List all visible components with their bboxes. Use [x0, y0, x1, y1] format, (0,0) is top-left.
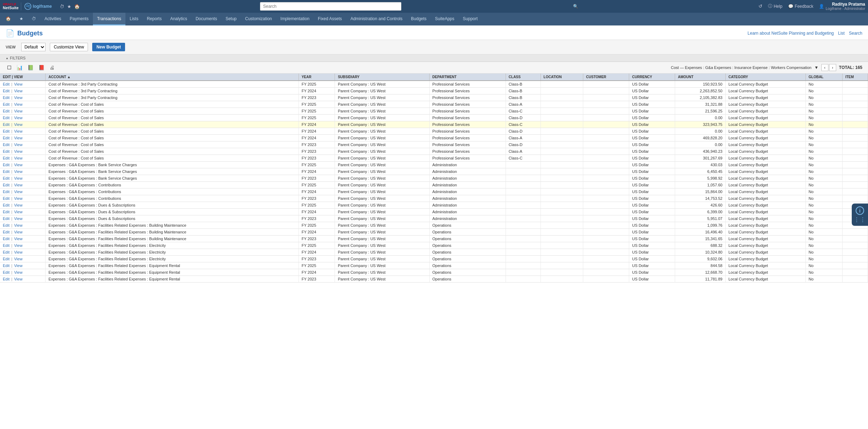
- nav-item-payments[interactable]: Payments: [65, 13, 93, 25]
- col-location[interactable]: LOCATION: [541, 74, 583, 81]
- edit-link[interactable]: Edit: [3, 183, 10, 187]
- view-link[interactable]: View: [14, 156, 23, 160]
- filters-toggle[interactable]: ▲ FILTERS: [6, 56, 25, 60]
- edit-link[interactable]: Edit: [3, 156, 10, 160]
- edit-link[interactable]: Edit: [3, 277, 10, 281]
- edit-link[interactable]: Edit: [3, 237, 10, 241]
- side-info-panel[interactable]: i ⋮⋮: [852, 203, 868, 226]
- view-link[interactable]: View: [14, 216, 23, 221]
- nav-item-budgets[interactable]: Budgets: [407, 13, 431, 25]
- view-link[interactable]: View: [14, 116, 23, 120]
- edit-link[interactable]: Edit: [3, 116, 10, 120]
- favorites-icon[interactable]: ★: [67, 4, 71, 9]
- home-icon[interactable]: 🏠: [74, 4, 80, 9]
- edit-link[interactable]: Edit: [3, 270, 10, 274]
- col-global[interactable]: GLOBAL: [805, 74, 842, 81]
- export-pdf-button[interactable]: 📕: [37, 64, 46, 71]
- col-class[interactable]: CLASS: [506, 74, 541, 81]
- view-link[interactable]: View: [14, 109, 23, 113]
- edit-link[interactable]: Edit: [3, 196, 10, 201]
- edit-link[interactable]: Edit: [3, 263, 10, 268]
- view-link[interactable]: View: [14, 203, 23, 207]
- view-link[interactable]: View: [14, 190, 23, 194]
- view-link[interactable]: View: [14, 122, 23, 127]
- col-account[interactable]: ACCOUNT ▲: [46, 74, 299, 81]
- nav-item-recent[interactable]: ⏱: [28, 13, 40, 25]
- breadcrumb-dropdown-icon[interactable]: ▼: [814, 65, 819, 70]
- view-link[interactable]: View: [14, 163, 23, 167]
- nav-item-activities[interactable]: Activities: [40, 13, 65, 25]
- nav-item-admin-controls[interactable]: Administration and Controls: [346, 13, 407, 25]
- select-all-checkbox[interactable]: ☐: [6, 64, 13, 71]
- edit-link[interactable]: Edit: [3, 149, 10, 153]
- col-currency[interactable]: CURRENCY: [629, 74, 675, 81]
- view-link[interactable]: View: [14, 250, 23, 254]
- nav-item-support[interactable]: Support: [459, 13, 482, 25]
- new-budget-button[interactable]: New Budget: [92, 43, 125, 51]
- edit-link[interactable]: Edit: [3, 169, 10, 174]
- view-link[interactable]: View: [14, 196, 23, 201]
- view-link[interactable]: View: [14, 89, 23, 93]
- next-page-button[interactable]: ›: [829, 64, 836, 71]
- view-link[interactable]: View: [14, 263, 23, 268]
- nav-item-customization[interactable]: Customization: [241, 13, 276, 25]
- col-department[interactable]: DEPARTMENT: [429, 74, 506, 81]
- col-item[interactable]: ITEM: [842, 74, 868, 81]
- view-link[interactable]: View: [14, 143, 23, 147]
- nav-item-reports[interactable]: Reports: [143, 13, 166, 25]
- edit-link[interactable]: Edit: [3, 89, 10, 93]
- nav-item-favorites[interactable]: ★: [15, 13, 28, 25]
- edit-link[interactable]: Edit: [3, 250, 10, 254]
- edit-link[interactable]: Edit: [3, 210, 10, 214]
- search-icon[interactable]: 🔍: [573, 4, 578, 9]
- nav-item-implementation[interactable]: Implementation: [276, 13, 314, 25]
- edit-link[interactable]: Edit: [3, 109, 10, 113]
- history-icon[interactable]: ↺: [758, 4, 762, 9]
- edit-link[interactable]: Edit: [3, 129, 10, 133]
- edit-link[interactable]: Edit: [3, 82, 10, 86]
- edit-link[interactable]: Edit: [3, 190, 10, 194]
- view-link[interactable]: View: [14, 129, 23, 133]
- edit-link[interactable]: Edit: [3, 122, 10, 127]
- col-subsidiary[interactable]: SUBSIDIARY: [335, 74, 429, 81]
- nav-item-setup[interactable]: Setup: [221, 13, 241, 25]
- view-select[interactable]: Default: [21, 43, 46, 51]
- view-link[interactable]: View: [14, 82, 23, 86]
- col-category[interactable]: CATEGORY: [725, 74, 805, 81]
- edit-link[interactable]: Edit: [3, 102, 10, 106]
- nav-item-fixed-assets[interactable]: Fixed Assets: [314, 13, 346, 25]
- nav-item-home[interactable]: 🏠: [1, 13, 15, 25]
- print-button[interactable]: 🖨: [48, 64, 56, 71]
- export-excel-button[interactable]: 📗: [26, 64, 35, 71]
- nav-item-suiteapps[interactable]: SuiteApps: [431, 13, 459, 25]
- nav-item-documents[interactable]: Documents: [191, 13, 222, 25]
- search-link[interactable]: Search: [849, 31, 862, 36]
- view-link[interactable]: View: [14, 210, 23, 214]
- edit-link[interactable]: Edit: [3, 243, 10, 248]
- user-menu[interactable]: 👤 Raditya Pratama Logiframe - Administra…: [819, 2, 865, 11]
- feedback-link[interactable]: 💬 Feedback: [788, 4, 814, 9]
- edit-link[interactable]: Edit: [3, 257, 10, 261]
- col-amount[interactable]: AMOUNT: [675, 74, 725, 81]
- col-customer[interactable]: CUSTOMER: [583, 74, 629, 81]
- prev-page-button[interactable]: ‹: [821, 64, 828, 71]
- recent-icon[interactable]: ⏱: [60, 4, 64, 9]
- view-link[interactable]: View: [14, 223, 23, 227]
- nav-item-analytics[interactable]: Analytics: [166, 13, 191, 25]
- nav-item-lists[interactable]: Lists: [125, 13, 143, 25]
- export-csv-button[interactable]: 📊: [15, 64, 24, 71]
- view-link[interactable]: View: [14, 95, 23, 100]
- list-link[interactable]: List: [838, 31, 845, 36]
- edit-link[interactable]: Edit: [3, 223, 10, 227]
- edit-link[interactable]: Edit: [3, 143, 10, 147]
- nav-item-transactions[interactable]: Transactions: [93, 13, 125, 25]
- view-link[interactable]: View: [14, 243, 23, 248]
- edit-link[interactable]: Edit: [3, 203, 10, 207]
- edit-link[interactable]: Edit: [3, 136, 10, 140]
- edit-link[interactable]: Edit: [3, 163, 10, 167]
- global-search-input[interactable]: [260, 2, 401, 11]
- view-link[interactable]: View: [14, 237, 23, 241]
- edit-link[interactable]: Edit: [3, 176, 10, 180]
- view-link[interactable]: View: [14, 169, 23, 174]
- edit-link[interactable]: Edit: [3, 95, 10, 100]
